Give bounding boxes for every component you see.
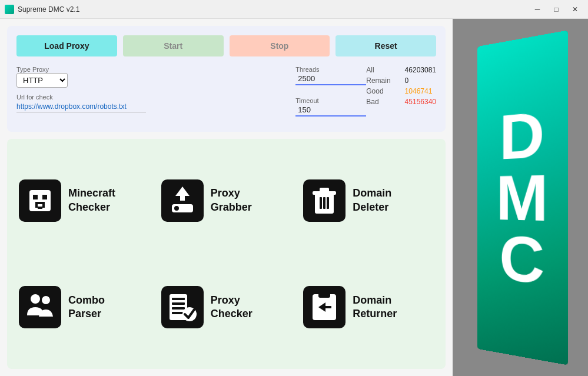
svg-point-18 <box>42 296 50 304</box>
svg-rect-14 <box>320 197 322 209</box>
proxy-checker-icon <box>161 286 204 328</box>
proxy-grabber-icon <box>161 179 204 222</box>
all-value: 46203081 <box>405 66 436 74</box>
close-button[interactable]: ✕ <box>567 3 583 16</box>
fields-row: Type Proxy HTTP SOCKS4 SOCKS5 Url for ch… <box>16 66 436 122</box>
combo-parser-item[interactable]: ComboParser <box>19 286 150 328</box>
svg-rect-4 <box>35 202 45 204</box>
stats-values: 46203081 0 1046741 45156340 <box>405 66 436 122</box>
dmc-logo: DMC <box>477 30 569 365</box>
dmc-text: DMC <box>496 102 546 292</box>
title-bar: Supreme DMC v2.1 ─ □ ✕ <box>0 0 588 19</box>
svg-rect-15 <box>323 197 325 209</box>
tools-card: MinecraftChecker ProxyGrabber <box>7 139 446 369</box>
good-value: 1046741 <box>405 87 436 95</box>
svg-rect-7 <box>38 207 42 209</box>
proxy-type-row: HTTP SOCKS4 SOCKS5 <box>16 73 278 88</box>
threads-group: Threads <box>295 66 366 85</box>
threads-input[interactable] <box>295 73 366 85</box>
domain-returner-icon <box>303 286 346 328</box>
settings-card: Load Proxy Start Stop Reset Type Proxy H… <box>7 26 446 132</box>
minecraft-checker-item[interactable]: MinecraftChecker <box>19 179 150 222</box>
threads-label: Threads <box>295 66 366 73</box>
minecraft-checker-label: MinecraftChecker <box>68 187 115 214</box>
proxy-checker-item[interactable]: ProxyChecker <box>161 286 292 328</box>
svg-rect-21 <box>172 302 185 305</box>
url-input[interactable] <box>16 101 146 112</box>
bad-value: 45156340 <box>405 98 436 106</box>
svg-rect-5 <box>35 204 38 208</box>
left-panel: Load Proxy Start Stop Reset Type Proxy H… <box>0 19 453 376</box>
domain-returner-item[interactable]: DomainReturner <box>303 286 434 328</box>
good-label: Good <box>366 87 390 95</box>
load-proxy-button[interactable]: Load Proxy <box>16 35 117 56</box>
svg-rect-3 <box>42 195 47 199</box>
timeout-label: Timeout <box>295 97 366 104</box>
all-label: All <box>366 66 390 74</box>
combo-parser-icon <box>19 286 61 328</box>
domain-deleter-item[interactable]: DomainDeleter <box>303 179 434 222</box>
svg-rect-16 <box>327 197 329 209</box>
type-proxy-group: Type Proxy HTTP SOCKS4 SOCKS5 <box>16 66 278 88</box>
svg-rect-13 <box>320 188 329 192</box>
remain-value: 0 <box>405 76 436 85</box>
minimize-button[interactable]: ─ <box>529 3 546 16</box>
middle-fields: Threads Timeout <box>295 66 366 122</box>
url-label: Url for check <box>16 94 278 101</box>
svg-rect-6 <box>42 204 45 208</box>
window-controls: ─ □ ✕ <box>529 3 583 16</box>
maximize-button[interactable]: □ <box>548 3 564 16</box>
domain-deleter-label: DomainDeleter <box>353 187 391 214</box>
app-icon <box>5 5 14 14</box>
proxy-grabber-label: ProxyGrabber <box>211 187 252 214</box>
stats-labels: All Remain Good Bad <box>366 66 390 122</box>
start-button[interactable]: Start <box>123 35 224 56</box>
timeout-input[interactable] <box>295 104 366 117</box>
svg-point-10 <box>174 206 179 211</box>
bad-label: Bad <box>366 98 390 106</box>
stats-section: All Remain Good Bad 46203081 0 1046741 4… <box>366 66 436 122</box>
timeout-group: Timeout <box>295 97 366 117</box>
svg-rect-20 <box>172 298 185 300</box>
action-buttons-row: Load Proxy Start Stop Reset <box>16 35 436 56</box>
minecraft-checker-icon <box>19 179 61 222</box>
proxy-type-select[interactable]: HTTP SOCKS4 SOCKS5 <box>16 73 68 88</box>
app-title: Supreme DMC v2.1 <box>18 5 529 14</box>
domain-returner-label: DomainReturner <box>353 294 397 321</box>
svg-point-17 <box>31 294 40 304</box>
svg-rect-26 <box>318 292 330 298</box>
type-proxy-label: Type Proxy <box>16 66 278 73</box>
svg-rect-2 <box>33 195 38 199</box>
stop-button[interactable]: Stop <box>230 35 330 56</box>
reset-button[interactable]: Reset <box>335 35 436 56</box>
left-fields: Type Proxy HTTP SOCKS4 SOCKS5 Url for ch… <box>16 66 278 122</box>
url-group: Url for check <box>16 94 278 112</box>
svg-marker-8 <box>175 187 190 201</box>
main-container: Load Proxy Start Stop Reset Type Proxy H… <box>0 19 588 376</box>
svg-rect-22 <box>172 307 185 310</box>
proxy-grabber-item[interactable]: ProxyGrabber <box>161 179 292 222</box>
domain-deleter-icon <box>303 179 346 222</box>
combo-parser-label: ComboParser <box>68 294 105 321</box>
remain-label: Remain <box>366 76 390 85</box>
proxy-checker-label: ProxyChecker <box>211 294 253 321</box>
right-panel: DMC <box>453 19 588 376</box>
